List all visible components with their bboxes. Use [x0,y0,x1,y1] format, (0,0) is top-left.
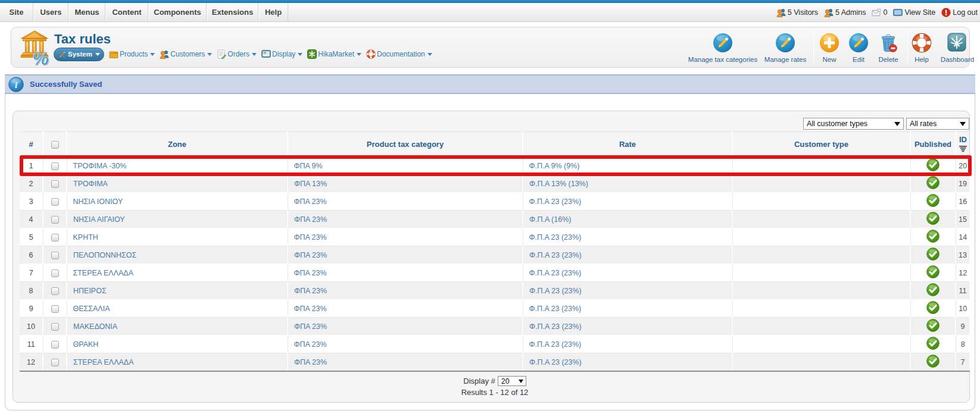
cell-zone[interactable]: ΘΡΑΚΗ [67,336,288,353]
published-check-icon[interactable] [926,230,940,244]
cell-zone[interactable]: ΗΠΕΙΡΟΣ [67,282,288,300]
row-checkbox[interactable] [51,287,59,295]
cell-rate[interactable]: Φ.Π.Α 23 (23%) [523,282,732,300]
display-icon [261,49,271,59]
cell-zone[interactable]: ΠΕΛΟΠΟΝΝΗΣΟΣ [67,246,288,264]
row-checkbox[interactable] [51,162,59,170]
hikashop-menu-system[interactable]: System [54,48,104,61]
row-checkbox[interactable] [51,305,59,313]
cell-zone[interactable]: ΤΡΟΦΙΜΑ [67,175,288,193]
menubar-item-menus[interactable]: Menus [68,3,105,21]
cell-rate[interactable]: Φ.Π.Α 23 (23%) [523,300,732,318]
hikashop-menu-hikamarket[interactable]: HikaMarket [307,49,361,59]
cell-cat[interactable]: ΦΠΑ 23% [288,282,523,300]
cell-cat[interactable]: ΦΠΑ 23% [288,264,523,282]
hikashop-menu-orders[interactable]: Orders [217,49,257,59]
cell-zone[interactable]: ΘΕΣΣΑΛΙΑ [67,300,288,318]
filter-select-customer-types[interactable]: All customer types [803,118,904,130]
cell-zone[interactable]: ΣΤΕΡΕΑ ΕΛΛΑΔΑ [67,264,288,282]
column-header-rate[interactable]: Rate [523,132,732,157]
cell-rate[interactable]: Φ.Π.Α (16%) [523,211,732,228]
published-check-icon[interactable] [926,301,940,316]
cell-rate[interactable]: Φ.Π.Α 13% (13%) [523,175,732,193]
status-view-site[interactable]: View Site [893,8,935,17]
published-check-icon[interactable] [926,355,940,369]
row-checkbox[interactable] [51,323,59,331]
menubar-item-components[interactable]: Components [148,3,207,21]
published-check-icon[interactable] [926,194,940,209]
column-header-id[interactable]: ID [956,132,970,157]
hikashop-menu-customers[interactable]: Customers [160,49,212,59]
status-admins[interactable]: 5 Admins [824,8,866,17]
hikashop-menu-products[interactable]: Products [109,49,155,59]
row-checkbox[interactable] [51,359,59,366]
toolbar-button-help[interactable]: Help [910,33,934,63]
cell-zone[interactable]: ΝΗΣΙΑ ΑΙΓΑΙΟΥ [67,211,288,228]
row-checkbox[interactable] [51,341,59,349]
column-header-published[interactable]: Published [910,132,956,157]
menubar-item-extensions[interactable]: Extensions [207,3,258,21]
cell-cat[interactable]: ΦΠΑ 23% [288,353,523,371]
cell-rate[interactable]: Φ.Π.Α 23 (23%) [523,353,732,371]
column-header-category[interactable]: Product tax category [288,132,523,157]
published-check-icon[interactable] [926,265,940,280]
cell-zone[interactable]: ΚΡΗΤΗ [67,228,288,246]
published-check-icon[interactable] [926,176,940,191]
cell-cat[interactable]: ΦΠΑ 23% [288,300,523,318]
cell-cat[interactable]: ΦΠΑ 23% [288,228,523,246]
admin-status-area: 5 Visitors 5 Admins 0 View Site Log out [776,3,978,22]
cell-zone[interactable]: ΝΗΣΙΑ ΙΟΝΙΟΥ [67,193,288,211]
row-checkbox[interactable] [51,180,59,188]
cell-zone[interactable]: ΜΑΚΕΔΟΝΙΑ [67,318,288,336]
menubar-item-site[interactable]: Site [0,3,33,21]
toolbar-button-dashboard[interactable]: Dashboard [937,33,978,63]
published-check-icon[interactable] [926,158,940,173]
published-check-icon[interactable] [926,319,940,334]
cell-rate[interactable]: Φ.Π.Α 23 (23%) [523,246,732,264]
cell-cat[interactable]: ΦΠΑ 23% [288,336,523,353]
column-header-customer-type[interactable]: Customer type [732,132,910,157]
cell-cat[interactable]: ΦΠΑ 23% [288,318,523,336]
published-check-icon[interactable] [926,212,940,227]
cell-cat[interactable]: ΦΠΑ 23% [288,193,523,211]
toolbar-button-edit[interactable]: Edit [847,33,870,63]
status-messages[interactable]: 0 [872,8,887,17]
row-checkbox[interactable] [51,234,59,242]
published-check-icon[interactable] [926,283,940,298]
published-check-icon[interactable] [926,337,940,352]
hikashop-menu-documentation[interactable]: Documentation [366,49,432,59]
menubar-item-content[interactable]: Content [105,3,148,21]
row-checkbox[interactable] [51,252,59,259]
filter-select-rates[interactable]: All rates [906,118,969,130]
select-all-checkbox[interactable] [51,141,59,149]
toolbar-button-delete[interactable]: Delete [874,33,903,63]
display-count-select[interactable]: 20 [498,376,526,386]
cell-zone[interactable]: ΣΤΕΡΕΑ ΕΛΛΑΔΑ [67,353,288,371]
menubar-item-help[interactable]: Help [258,3,288,21]
cell-rate[interactable]: Φ.Π.Α 23 (23%) [523,318,732,336]
cell-id: 11 [956,282,970,300]
cell-rate[interactable]: Φ.Π.Α 23 (23%) [523,193,732,211]
toolbar-button-new[interactable]: New [817,33,841,63]
row-checkbox[interactable] [51,269,59,277]
cell-rate[interactable]: Φ.Π.Α 23 (23%) [523,228,732,246]
menubar-item-users[interactable]: Users [33,3,68,21]
cell-cat[interactable]: ΦΠΑ 23% [288,211,523,228]
cell-cat[interactable]: ΦΠΑ 23% [288,246,523,264]
toolbar-button-manage-rates[interactable]: Manage rates [760,33,810,63]
cell-cat[interactable]: ΦΠΑ 13% [288,175,523,193]
status-log-out[interactable]: Log out [941,8,978,17]
column-header-zone[interactable]: Zone [67,132,288,157]
cell-rate[interactable]: Φ.Π.Α 23 (23%) [523,336,732,353]
row-checkbox[interactable] [51,216,59,224]
status-visitors[interactable]: 5 Visitors [776,8,818,17]
row-checkbox-cell [43,300,67,318]
cell-rate[interactable]: Φ.Π.Α 23 (23%) [523,264,732,282]
published-check-icon[interactable] [926,247,940,262]
cell-rate[interactable]: Φ.Π.Α 9% (9%) [523,157,732,175]
row-checkbox[interactable] [51,198,59,206]
cell-cat[interactable]: ΦΠΑ 9% [288,157,523,175]
cell-zone[interactable]: ΤΡΟΦΙΜΑ -30% [67,157,288,175]
hikashop-menu-display[interactable]: Display [261,49,302,59]
toolbar-button-manage-tax-categories[interactable]: Manage tax categories [683,33,762,63]
